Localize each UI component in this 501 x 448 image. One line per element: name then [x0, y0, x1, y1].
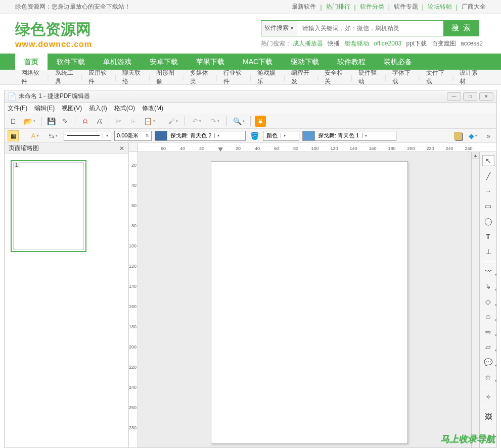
- flowchart-tool-icon[interactable]: ▱: [482, 341, 494, 353]
- subnav-media[interactable]: 多媒体类: [184, 69, 216, 86]
- arrow-style-icon[interactable]: ⇆: [45, 130, 61, 141]
- pointer-tool-icon[interactable]: ↖: [482, 155, 494, 166]
- panel-close-icon[interactable]: ✕: [119, 145, 124, 152]
- currency-icon[interactable]: ¥: [255, 116, 266, 127]
- ellipse-tool-icon[interactable]: ◯: [482, 216, 494, 227]
- link-vendors[interactable]: 厂商大全: [462, 3, 486, 11]
- menu-insert[interactable]: 插入(I): [89, 104, 107, 113]
- search-type-select[interactable]: 软件搜索: [261, 20, 297, 36]
- line-color-dropdown[interactable]: 探戈舞: 青天色 2 ▾: [155, 131, 246, 141]
- search-input[interactable]: [297, 20, 444, 36]
- stars-tool-icon[interactable]: ☆: [482, 372, 494, 383]
- subnav-industry[interactable]: 行业软件: [217, 69, 250, 86]
- shadow-icon[interactable]: [454, 132, 462, 140]
- fill-color-dropdown[interactable]: 探戈舞: 青天色 1 ▾: [302, 131, 396, 141]
- nav-android[interactable]: 安卓下载: [141, 54, 187, 70]
- nav-soft[interactable]: 软件下载: [48, 54, 94, 70]
- hot-link-5[interactable]: ppt下载: [406, 40, 427, 47]
- hot-link-3[interactable]: 键盘驱动: [345, 40, 369, 47]
- vertical-text-tool-icon[interactable]: ⊥: [482, 246, 494, 257]
- text-tool-icon[interactable]: T: [482, 231, 494, 242]
- thumbnail-item[interactable]: 1: [11, 160, 86, 252]
- color-type-dropdown[interactable]: 颜色 ▾: [263, 131, 299, 141]
- line-width-input[interactable]: 0.00毫米 ⇅: [114, 131, 152, 141]
- nav-tutorial[interactable]: 软件教程: [328, 54, 375, 70]
- effects-icon[interactable]: ◆: [465, 130, 480, 141]
- maximize-button[interactable]: □: [463, 92, 477, 101]
- link-topics[interactable]: 软件专题: [394, 3, 418, 11]
- block-arrows-tool-icon[interactable]: ⇨: [482, 326, 494, 337]
- basic-shapes-tool-icon[interactable]: ◇: [482, 296, 494, 307]
- edit-points-tool-icon[interactable]: ✧: [482, 391, 494, 403]
- nav-mac[interactable]: MAC下载: [234, 54, 282, 70]
- line-tool-icon[interactable]: ╱: [482, 170, 494, 181]
- subnav-security[interactable]: 安全相关: [318, 69, 351, 86]
- vertical-scrollbar[interactable]: ▲: [471, 152, 479, 447]
- export-pdf-icon[interactable]: ⎙: [79, 116, 90, 127]
- subnav-graphics[interactable]: 图形图像: [150, 69, 183, 86]
- scroll-up-icon[interactable]: ▲: [472, 152, 479, 159]
- subnav-files[interactable]: 文件下载: [420, 69, 452, 86]
- symbol-shapes-tool-icon[interactable]: ☺: [482, 311, 494, 322]
- minimize-button[interactable]: —: [447, 92, 461, 101]
- link-forum[interactable]: 论坛转帖: [428, 3, 452, 11]
- font-color-icon[interactable]: A: [27, 130, 42, 141]
- title-bar: 📄 未命名 1 - 捷速PDF编辑器 — □ ✕: [5, 90, 496, 103]
- redo-icon[interactable]: ↷: [207, 116, 222, 127]
- subnav-dev[interactable]: 编程开发: [285, 69, 317, 86]
- link-latest[interactable]: 最新软件: [292, 3, 316, 11]
- top-links: 最新软件| 热门排行| 软件分类| 软件专题| 论坛转帖| 厂商大全: [292, 3, 486, 11]
- menu-modify[interactable]: 修改(M): [142, 104, 163, 113]
- zoom-icon[interactable]: 🔍: [231, 116, 246, 127]
- logo[interactable]: 绿色资源网 www.downcc.com: [15, 19, 261, 49]
- document-page[interactable]: [211, 161, 408, 444]
- link-hot-rank[interactable]: 热门排行: [326, 3, 350, 11]
- hot-link-7[interactable]: access2: [461, 40, 483, 47]
- subnav-fonts[interactable]: 字体下载: [386, 69, 419, 86]
- search-button[interactable]: 搜 索: [444, 20, 479, 36]
- menu-edit[interactable]: 编辑(E): [34, 104, 55, 113]
- nav-essential[interactable]: 装机必备: [375, 54, 421, 70]
- fill-bucket-icon[interactable]: 🪣: [249, 130, 260, 141]
- rectangle-tool-icon[interactable]: ▭: [482, 201, 494, 212]
- menu-file[interactable]: 文件(F): [8, 104, 27, 113]
- canvas-viewport[interactable]: [138, 152, 471, 447]
- copy-icon[interactable]: ⎘: [127, 116, 139, 127]
- hot-link-6[interactable]: 百变魔图: [432, 40, 456, 47]
- cut-icon[interactable]: ✂: [113, 116, 124, 127]
- nav-single[interactable]: 单机游戏: [94, 54, 141, 70]
- subnav-games[interactable]: 游戏娱乐: [251, 69, 284, 86]
- subnav-hw[interactable]: 硬件驱动: [352, 69, 385, 86]
- menu-view[interactable]: 视图(V): [62, 104, 82, 113]
- hot-link-4[interactable]: office2003: [374, 40, 401, 47]
- curve-tool-icon[interactable]: 〰: [482, 266, 494, 277]
- hot-link-2[interactable]: 快播: [328, 40, 340, 47]
- nav-apple[interactable]: 苹果下载: [187, 54, 234, 70]
- connector-tool-icon[interactable]: ↳: [482, 281, 494, 292]
- subnav-chat[interactable]: 聊天联络: [116, 69, 149, 86]
- callout-tool-icon[interactable]: 💬: [482, 357, 494, 368]
- format-brush-icon[interactable]: 🖌: [165, 116, 180, 127]
- arrow-tool-icon[interactable]: →: [482, 185, 494, 196]
- link-categories[interactable]: 软件分类: [360, 3, 384, 11]
- hot-link-1[interactable]: 成人播放器: [293, 40, 323, 47]
- new-doc-icon[interactable]: 🗋: [8, 116, 19, 127]
- close-button[interactable]: ✕: [479, 92, 493, 101]
- nav-driver[interactable]: 驱动下载: [282, 54, 328, 70]
- nav-home[interactable]: 首页: [15, 54, 48, 70]
- save-icon[interactable]: 💾: [45, 116, 57, 127]
- menu-format[interactable]: 格式(O): [114, 104, 135, 113]
- line-style-dropdown[interactable]: ▾: [64, 131, 111, 141]
- open-icon[interactable]: 📂: [22, 116, 37, 127]
- subnav-network[interactable]: 网络软件: [15, 69, 48, 86]
- layout-icon[interactable]: ▦: [8, 130, 19, 141]
- subnav-apps[interactable]: 应用软件: [82, 69, 115, 86]
- undo-icon[interactable]: ↶: [189, 116, 204, 127]
- subnav-design[interactable]: 设计素材: [453, 69, 486, 86]
- print-icon[interactable]: 🖨: [94, 116, 105, 127]
- paste-icon[interactable]: 📋: [142, 116, 157, 127]
- more-icon[interactable]: »: [483, 132, 493, 140]
- subnav-system[interactable]: 系统工具: [49, 69, 81, 86]
- image-tool-icon[interactable]: 🖼: [482, 411, 494, 422]
- edit-icon[interactable]: ✎: [60, 116, 71, 127]
